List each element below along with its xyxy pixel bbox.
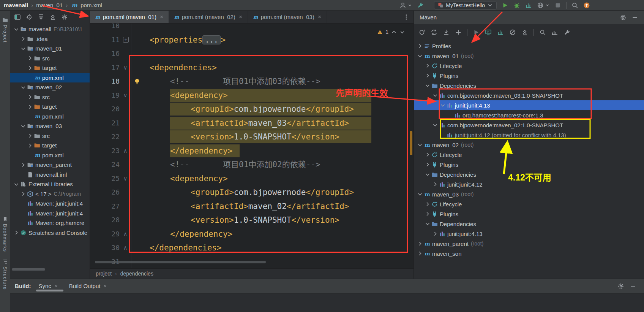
inspections-widget[interactable]: 1 bbox=[377, 29, 405, 35]
collapse-all-icon[interactable] bbox=[521, 29, 528, 36]
chevron-right-icon[interactable] bbox=[425, 152, 431, 158]
maven-tree-item-junit-junit-4-12-omitted-for-conflict-with[interactable]: junit:junit:4.12 (omitted for conflict w… bbox=[414, 130, 644, 140]
expand-all-icon[interactable] bbox=[38, 14, 44, 21]
chevron-right-icon[interactable] bbox=[20, 36, 26, 42]
editor-breadcrumb-dependencies[interactable]: dependencies bbox=[120, 271, 153, 277]
wrench-icon[interactable] bbox=[417, 2, 424, 9]
maven-tree-item-junit-junit-4-13[interactable]: junit:junit:4.13 bbox=[414, 229, 644, 239]
chevron-right-icon[interactable] bbox=[425, 211, 431, 217]
fold-marker-icon[interactable]: ∨ bbox=[122, 89, 129, 103]
code-text[interactable]: <artifactId>maven_03</artifactId> bbox=[131, 116, 414, 130]
sync-icon[interactable] bbox=[431, 29, 437, 36]
maven-tree-item-dependencies[interactable]: Dependencies bbox=[414, 169, 644, 179]
chevron-down-icon[interactable] bbox=[545, 3, 549, 7]
project-tree-item-target[interactable]: target bbox=[10, 63, 90, 73]
fold-marker-icon[interactable]: ∧ bbox=[122, 241, 129, 255]
chevron-down-icon[interactable] bbox=[20, 84, 26, 90]
gear-icon[interactable] bbox=[620, 14, 627, 21]
collapse-all-icon[interactable] bbox=[49, 14, 56, 21]
editor-tab-pom-xml-maven-01[interactable]: mpom.xml (maven_01) bbox=[90, 11, 169, 23]
project-tree-item-pom-xml[interactable]: mpom.xml bbox=[10, 112, 90, 122]
chevron-right-icon[interactable] bbox=[27, 65, 33, 71]
chevron-right-icon[interactable] bbox=[425, 201, 431, 207]
chevron-right-icon[interactable] bbox=[425, 73, 431, 79]
stripe-item-project[interactable]: Project bbox=[2, 17, 8, 43]
code-text[interactable]: <dependency> bbox=[131, 172, 414, 186]
chevron-right-icon[interactable] bbox=[27, 94, 33, 100]
globe-icon[interactable] bbox=[537, 2, 544, 9]
project-tree-item-maven-parent[interactable]: maven_parent bbox=[10, 160, 90, 170]
gear-icon[interactable] bbox=[617, 283, 624, 290]
maven-tree-item-maven-parent[interactable]: mmaven_parent(root) bbox=[414, 239, 644, 249]
add-icon[interactable] bbox=[455, 29, 462, 36]
code-text[interactable]: <groupId>com.bjpowernode</groupId> bbox=[131, 185, 414, 200]
project-tree-item-pom-xml[interactable]: mpom.xml bbox=[10, 73, 90, 83]
project-tree-item-pom-xml[interactable]: mpom.xml bbox=[10, 150, 90, 160]
build-tab-build-output[interactable]: Build Output bbox=[69, 283, 108, 289]
chevron-right-icon[interactable] bbox=[432, 231, 438, 237]
breadcrumb-item-maven-01[interactable]: maven_01 bbox=[36, 2, 63, 8]
chevron-right-icon[interactable] bbox=[13, 230, 19, 236]
profiler-icon[interactable] bbox=[525, 2, 532, 9]
project-tree-item-maven-org-hamcre[interactable]: Maven: org.hamcre bbox=[10, 218, 90, 228]
chevron-down-icon[interactable] bbox=[13, 181, 19, 187]
wrench-gray-icon[interactable] bbox=[564, 29, 570, 36]
project-scrollbar[interactable] bbox=[12, 268, 45, 271]
code-text[interactable]: <dependencies> bbox=[131, 61, 414, 75]
breadcrumb-item-pom-xml[interactable]: pom.xml bbox=[80, 2, 102, 8]
code-text[interactable] bbox=[131, 47, 414, 61]
fold-marker-icon[interactable]: ∧ bbox=[122, 144, 129, 158]
fold-marker-icon[interactable]: ∧ bbox=[122, 227, 129, 241]
download-icon[interactable] bbox=[443, 29, 450, 36]
chevron-right-icon[interactable] bbox=[417, 241, 423, 247]
find-icon[interactable] bbox=[539, 29, 546, 36]
project-tree-item-17[interactable]: < 17 >C:\Program bbox=[10, 189, 90, 199]
code-text[interactable]: <artifactId>maven_02</artifactId> bbox=[131, 200, 414, 214]
close-icon[interactable] bbox=[103, 284, 107, 288]
code-text[interactable]: <groupId>com.bjpowernode</groupId> bbox=[131, 102, 414, 116]
locate-icon[interactable] bbox=[26, 14, 33, 21]
chevron-right-icon[interactable] bbox=[27, 133, 33, 139]
maven-tree-item-lifecycle[interactable]: Lifecycle bbox=[414, 150, 644, 160]
stripe-item-structure[interactable]: Structure bbox=[2, 259, 8, 290]
chevron-down-icon[interactable] bbox=[13, 26, 19, 32]
maven-tree-item-plugins[interactable]: Plugins bbox=[414, 160, 644, 169]
code-text[interactable]: <!-- 项目01中添加02的依赖--> bbox=[131, 158, 414, 172]
code-text[interactable]: <version>1.0-SNAPSHOT</version> bbox=[131, 213, 414, 227]
editor-breadcrumb-project[interactable]: project bbox=[96, 271, 112, 277]
code-text[interactable]: <version>1.0-SNAPSHOT</version> bbox=[131, 130, 414, 144]
chevron-down-icon[interactable] bbox=[20, 123, 26, 129]
bug-icon[interactable] bbox=[513, 2, 520, 9]
chevron-down-icon[interactable] bbox=[440, 102, 446, 108]
chevron-down-icon[interactable] bbox=[425, 221, 431, 227]
analyze-icon[interactable] bbox=[551, 29, 558, 36]
editor-tab-pom-xml-maven-03[interactable]: mpom.xml (maven_03) bbox=[248, 11, 327, 23]
maven-tree-item-com-bjpowernode-maven-02-1-0-snapshot[interactable]: com.bjpowernode:maven_02:1.0-SNAPSHOT bbox=[414, 120, 644, 130]
maven-tree-item-org-hamcrest-hamcrest-core-1-3[interactable]: org.hamcrest:hamcrest-core:1.3 bbox=[414, 110, 644, 120]
chevron-right-icon[interactable] bbox=[417, 43, 423, 49]
close-icon[interactable] bbox=[317, 14, 322, 19]
breadcrumb-item-mavenall[interactable]: mavenall bbox=[4, 2, 28, 8]
chevron-down-icon[interactable] bbox=[425, 171, 431, 177]
project-tree-item-mavenall-iml[interactable]: mavenall.iml bbox=[10, 170, 90, 180]
run-dim-icon[interactable] bbox=[473, 29, 480, 36]
maven-tree-item-maven-son[interactable]: mmaven_son bbox=[414, 249, 644, 258]
maven-tree-item-dependencies[interactable]: Dependencies bbox=[414, 81, 644, 90]
tab-options-icon[interactable] bbox=[403, 14, 410, 21]
project-tree-item-mavenall[interactable]: mavenallE:\BJ2310\1 bbox=[10, 24, 90, 34]
code-area[interactable]: 1011+<properties...>1617∨<dependencies>1… bbox=[90, 24, 414, 268]
code-text[interactable]: </dependency> bbox=[131, 227, 414, 241]
offline-icon[interactable] bbox=[509, 29, 516, 36]
execute-goal-icon[interactable] bbox=[485, 29, 492, 36]
chevron-right-icon[interactable] bbox=[425, 162, 431, 168]
chevron-right-icon[interactable] bbox=[27, 55, 33, 61]
maven-tree-item-com-bjpowernode-maven-03-1-0-snapshot[interactable]: com.bjpowernode:maven_03:1.0-SNAPSHOT bbox=[414, 90, 644, 100]
update-icon[interactable] bbox=[583, 2, 590, 9]
close-icon[interactable] bbox=[238, 14, 243, 19]
code-text[interactable]: <properties...> bbox=[131, 33, 414, 47]
horizontal-scrollbar[interactable] bbox=[95, 261, 266, 263]
fold-marker-icon[interactable]: + bbox=[123, 37, 129, 43]
close-icon[interactable] bbox=[54, 284, 58, 288]
maven-tree-item-plugins[interactable]: Plugins bbox=[414, 71, 644, 81]
maven-tree-item-junit-junit-4-12[interactable]: junit:junit:4.12 bbox=[414, 179, 644, 189]
